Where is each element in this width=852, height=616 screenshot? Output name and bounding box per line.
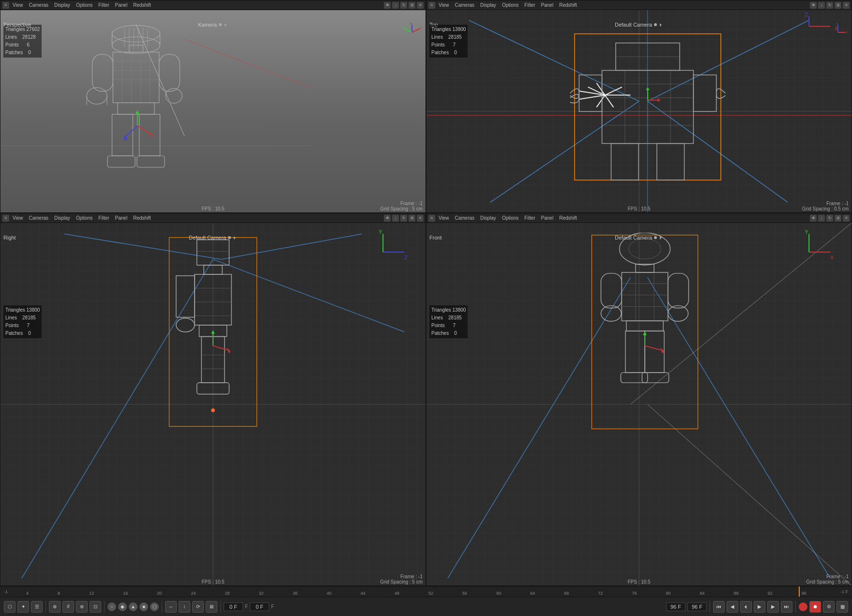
svg-line-40 bbox=[412, 29, 420, 32]
top-scale-icon[interactable]: ↓ bbox=[818, 2, 825, 9]
menu-cameras[interactable]: Cameras bbox=[27, 2, 51, 8]
play-btn[interactable]: ▶ bbox=[754, 601, 765, 613]
front-scale-icon[interactable]: ↓ bbox=[818, 215, 825, 222]
timeline-playhead[interactable] bbox=[799, 586, 800, 597]
viewport-right[interactable]: ≡ View Cameras Display Options Filter Pa… bbox=[0, 213, 426, 586]
right-menu-options[interactable]: Options bbox=[74, 215, 95, 221]
next-frame-btn[interactable]: ▶ bbox=[767, 601, 779, 613]
close-icon[interactable]: ✕ bbox=[417, 2, 424, 9]
top-menu-view[interactable]: View bbox=[436, 2, 452, 8]
menu-options[interactable]: Options bbox=[74, 2, 95, 8]
menu-panel[interactable]: Panel bbox=[113, 2, 130, 8]
record-btn[interactable] bbox=[799, 602, 807, 611]
render-settings-btn[interactable]: ⚙ bbox=[823, 601, 835, 613]
right-menu-filter[interactable]: Filter bbox=[96, 215, 111, 221]
obj-mode-1[interactable]: ○ bbox=[107, 602, 116, 611]
menu-icon-front[interactable]: ≡ bbox=[428, 215, 435, 222]
front-menu-filter[interactable]: Filter bbox=[522, 215, 537, 221]
grid-btn[interactable]: # bbox=[62, 601, 74, 613]
menu-view[interactable]: View bbox=[10, 2, 26, 8]
right-grid: Z Y bbox=[0, 223, 426, 586]
obj-mode-3[interactable]: ▲ bbox=[129, 602, 137, 611]
menu-display[interactable]: Display bbox=[52, 2, 73, 8]
svg-point-145 bbox=[668, 306, 688, 321]
viewport-perspective[interactable]: ≡ View Cameras Display Options Filter Pa… bbox=[0, 0, 426, 213]
svg-text:Z: Z bbox=[404, 255, 408, 260]
mode-btn-2[interactable]: ✦ bbox=[17, 601, 29, 613]
mode-btn-3[interactable]: ☰ bbox=[31, 601, 43, 613]
obj-mode-4[interactable]: ■ bbox=[139, 602, 148, 611]
move-icon[interactable]: ✥ bbox=[384, 2, 391, 9]
right-menu-redshift[interactable]: Redshift bbox=[131, 215, 153, 221]
obj-mode-5[interactable]: ⬡ bbox=[150, 602, 159, 611]
menu-redshift[interactable]: Redshift bbox=[131, 2, 153, 8]
front-menu-view[interactable]: View bbox=[436, 215, 452, 221]
right-menu-display[interactable]: Display bbox=[52, 215, 73, 221]
maximize-icon[interactable]: ⊞ bbox=[409, 2, 415, 9]
menu-icon-top[interactable]: ≡ bbox=[428, 2, 435, 9]
current-frame-display[interactable]: 0 F bbox=[224, 602, 243, 611]
svg-rect-150 bbox=[642, 373, 669, 383]
front-move-icon[interactable]: ✥ bbox=[810, 215, 817, 222]
top-maximize-icon[interactable]: ⊞ bbox=[835, 2, 841, 9]
top-menu-panel[interactable]: Panel bbox=[539, 2, 556, 8]
right-move-icon[interactable]: ✥ bbox=[384, 215, 391, 222]
front-menu-display[interactable]: Display bbox=[478, 215, 499, 221]
xform-1[interactable]: ↔ bbox=[165, 601, 177, 613]
rotate-icon[interactable]: ↻ bbox=[400, 2, 407, 9]
top-rotate-icon[interactable]: ↻ bbox=[826, 2, 833, 9]
axis-btn[interactable]: ⊛ bbox=[76, 601, 88, 613]
xform-3[interactable]: ⟳ bbox=[192, 601, 204, 613]
top-close-icon[interactable]: ✕ bbox=[843, 2, 850, 9]
right-menu-view[interactable]: View bbox=[10, 215, 26, 221]
right-close-icon[interactable]: ✕ bbox=[417, 215, 424, 222]
snap-btn[interactable]: ⊕ bbox=[49, 601, 61, 613]
viewport-top-canvas[interactable]: X Z bbox=[426, 10, 852, 212]
menu-filter[interactable]: Filter bbox=[96, 2, 111, 8]
render-btn[interactable]: ⏺ bbox=[809, 601, 821, 613]
play-reverse-btn[interactable]: ⏴ bbox=[740, 601, 752, 613]
front-maximize-icon[interactable]: ⊞ bbox=[835, 215, 841, 222]
top-menu-options[interactable]: Options bbox=[500, 2, 521, 8]
top-menu-cameras[interactable]: Cameras bbox=[453, 2, 477, 8]
front-menu-options[interactable]: Options bbox=[500, 215, 521, 221]
tick-20: 20 bbox=[157, 591, 162, 596]
viewport-right-canvas[interactable]: Z Y bbox=[0, 223, 426, 586]
viewport-perspective-canvas[interactable]: Triangles 27602 Lines 28128 Points 6 Pat… bbox=[0, 10, 426, 212]
prev-frame-btn[interactable]: ◀ bbox=[727, 601, 738, 613]
top-menu-display[interactable]: Display bbox=[478, 2, 499, 8]
front-menu-cameras[interactable]: Cameras bbox=[453, 215, 477, 221]
viewport-top[interactable]: ≡ View Cameras Display Options Filter Pa… bbox=[426, 0, 852, 213]
front-menu-redshift[interactable]: Redshift bbox=[557, 215, 579, 221]
top-move-icon[interactable]: ✥ bbox=[810, 2, 817, 9]
right-menu-cameras[interactable]: Cameras bbox=[27, 215, 51, 221]
timeline-start: -1 bbox=[4, 589, 8, 594]
top-menu-filter[interactable]: Filter bbox=[522, 2, 537, 8]
front-close-icon[interactable]: ✕ bbox=[843, 215, 850, 222]
menu-icon[interactable]: ≡ bbox=[2, 2, 9, 9]
xform-2[interactable]: ↕ bbox=[179, 601, 190, 613]
front-menu-panel[interactable]: Panel bbox=[539, 215, 556, 221]
render-queue-btn[interactable]: ▦ bbox=[837, 601, 848, 613]
mode-btn-1[interactable]: ⬡ bbox=[4, 601, 15, 613]
workplane-btn[interactable]: ⊡ bbox=[90, 601, 101, 613]
first-frame-btn[interactable]: ⏮ bbox=[713, 601, 725, 613]
end-frame-display[interactable]: 0 F bbox=[250, 602, 269, 611]
obj-mode-2[interactable]: ◆ bbox=[118, 602, 127, 611]
scale-icon[interactable]: ↓ bbox=[392, 2, 399, 9]
last-frame-btn[interactable]: ⏭ bbox=[781, 601, 792, 613]
timeline-ruler[interactable]: -1 4 8 12 16 20 24 28 32 36 40 44 48 52 … bbox=[0, 586, 852, 597]
top-menu-redshift[interactable]: Redshift bbox=[557, 2, 579, 8]
svg-rect-30 bbox=[112, 114, 133, 156]
menu-icon-right[interactable]: ≡ bbox=[2, 215, 9, 222]
viewport-front-canvas[interactable]: X Y bbox=[426, 223, 852, 586]
right-rotate-icon[interactable]: ↻ bbox=[400, 215, 407, 222]
right-scale-icon[interactable]: ↓ bbox=[392, 215, 399, 222]
xform-4[interactable]: ⊠ bbox=[206, 601, 217, 613]
right-menu-panel[interactable]: Panel bbox=[113, 215, 130, 221]
playhead-frame[interactable]: 96 F bbox=[666, 602, 685, 611]
front-rotate-icon[interactable]: ↻ bbox=[826, 215, 833, 222]
viewport-front[interactable]: ≡ View Cameras Display Options Filter Pa… bbox=[426, 213, 852, 586]
playhead-display[interactable]: 96 F bbox=[687, 602, 707, 611]
right-maximize-icon[interactable]: ⊞ bbox=[409, 215, 415, 222]
